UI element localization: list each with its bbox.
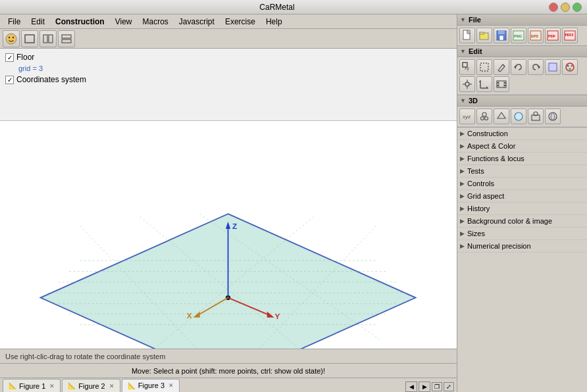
svg-rect-7 bbox=[62, 39, 71, 43]
svg-text:xy: xy bbox=[465, 66, 470, 71]
right-panel: ▼ File PNG bbox=[457, 14, 587, 392]
tab-figure3-close[interactable]: ✕ bbox=[168, 382, 174, 389]
left-panel: File Edit Construction View Macros Javas… bbox=[0, 14, 457, 392]
rp-row-grid-aspect[interactable]: ▶ Grid aspect bbox=[457, 190, 587, 203]
3d-b4-button[interactable] bbox=[528, 109, 544, 124]
canvas-area[interactable]: Z X Y bbox=[0, 121, 457, 349]
functions-locus-arrow: ▶ bbox=[460, 155, 465, 162]
svg-rect-73 bbox=[504, 85, 506, 86]
edit-redo-button[interactable] bbox=[528, 59, 544, 75]
svg-rect-35 bbox=[480, 32, 484, 34]
rp-row-sizes[interactable]: ▶ Sizes bbox=[457, 228, 587, 240]
3d-b1-button[interactable] bbox=[476, 109, 492, 124]
svg-rect-6 bbox=[62, 35, 71, 38]
window-stack-button[interactable] bbox=[58, 30, 75, 47]
floor-label: Floor bbox=[16, 53, 34, 62]
tab-figure1-icon: 📐 bbox=[9, 382, 16, 389]
file-export-pdf-button[interactable]: PDF bbox=[545, 28, 561, 43]
rp-row-history[interactable]: ▶ History bbox=[457, 203, 587, 215]
minimize-button[interactable] bbox=[561, 3, 570, 12]
rp-row-functions-locus[interactable]: ▶ Functions & locus bbox=[457, 153, 587, 165]
rp-row-aspect-color[interactable]: ▶ Aspect & Color bbox=[457, 140, 587, 153]
file-export-pdf2-button[interactable]: PDF2 bbox=[562, 28, 578, 43]
floor-checkbox[interactable]: ✓ bbox=[5, 53, 14, 62]
3d-b5-button[interactable] bbox=[545, 109, 561, 124]
tab-figure2[interactable]: 📐 Figure 2 ✕ bbox=[62, 379, 120, 392]
tests-arrow: ▶ bbox=[460, 168, 465, 174]
edit-undo-button[interactable] bbox=[511, 59, 526, 75]
edit-color-button[interactable] bbox=[562, 59, 578, 75]
message-text: Move: Select a point (shift: more points… bbox=[132, 367, 325, 375]
rp-row-bg-color[interactable]: ▶ Background color & image bbox=[457, 215, 587, 228]
rp-construction-label: Construction bbox=[467, 130, 508, 137]
file-export-png-button[interactable]: PNG bbox=[511, 28, 526, 43]
menu-edit[interactable]: Edit bbox=[26, 16, 50, 28]
svg-rect-3 bbox=[25, 35, 34, 43]
edit-edit-button[interactable] bbox=[494, 59, 509, 75]
menu-construction[interactable]: Construction bbox=[50, 16, 110, 28]
rp-row-numerical[interactable]: ▶ Numerical precision bbox=[457, 240, 587, 253]
window-tile-button[interactable] bbox=[39, 30, 57, 47]
file-arrow: ▼ bbox=[460, 16, 466, 23]
tab-nav-right[interactable]: ▶ bbox=[419, 381, 430, 392]
3d-b3-button[interactable] bbox=[511, 109, 526, 124]
file-save-button[interactable] bbox=[494, 28, 509, 43]
edit-film-button[interactable] bbox=[494, 76, 509, 92]
file-export-eps-button[interactable]: EPS bbox=[528, 28, 544, 43]
title-text: CaRMetal bbox=[5, 3, 549, 12]
edit-unknown-button[interactable] bbox=[545, 59, 561, 75]
rp-row-controls[interactable]: ▶ Controls bbox=[457, 178, 587, 190]
svg-text:X: X bbox=[187, 311, 192, 320]
3d-b2-button[interactable] bbox=[494, 109, 509, 124]
edit-rect-select-button[interactable] bbox=[476, 59, 492, 75]
status-text: Use right-clic-drag to rotate the coordi… bbox=[5, 353, 165, 360]
rp-numerical-label: Numerical precision bbox=[467, 242, 531, 250]
svg-text:PDF2: PDF2 bbox=[565, 33, 574, 37]
tab-figure1[interactable]: 📐 Figure 1 ✕ bbox=[3, 379, 61, 392]
file-open-button[interactable] bbox=[476, 28, 492, 43]
grid-aspect-arrow: ▶ bbox=[460, 193, 465, 199]
bg-color-arrow: ▶ bbox=[460, 218, 465, 224]
file-new-button[interactable] bbox=[459, 28, 475, 43]
rp-file-label: File bbox=[469, 16, 481, 24]
rp-file-header[interactable]: ▼ File bbox=[457, 14, 587, 26]
rp-3d-header[interactable]: ▼ 3D bbox=[457, 95, 587, 107]
svg-rect-49 bbox=[480, 63, 488, 71]
rp-grid-aspect-label: Grid aspect bbox=[467, 192, 504, 200]
window-fullscreen-btn[interactable]: ⤢ bbox=[444, 382, 454, 391]
status-bar: Use right-clic-drag to rotate the coordi… bbox=[0, 349, 457, 363]
svg-text:xyz: xyz bbox=[462, 114, 471, 120]
tab-figure2-close[interactable]: ✕ bbox=[109, 383, 115, 389]
rp-row-tests[interactable]: ▶ Tests bbox=[457, 165, 587, 178]
coordinates-checkbox[interactable]: ✓ bbox=[5, 76, 14, 84]
rp-history-label: History bbox=[467, 205, 490, 212]
window-restore-btn[interactable]: ❐ bbox=[432, 382, 442, 391]
svg-rect-32 bbox=[463, 30, 470, 39]
rp-sizes-label: Sizes bbox=[467, 230, 485, 237]
edit-axes-button[interactable] bbox=[476, 76, 492, 92]
edit-settings-button[interactable] bbox=[459, 76, 475, 92]
3d-axes-button[interactable]: xyz bbox=[459, 109, 475, 124]
rp-edit-header[interactable]: ▼ Edit bbox=[457, 46, 587, 57]
svg-text:Y: Y bbox=[275, 312, 280, 321]
rp-bg-color-label: Background color & image bbox=[467, 217, 552, 225]
maximize-button[interactable] bbox=[573, 3, 582, 12]
tab-figure1-close[interactable]: ✕ bbox=[49, 383, 55, 389]
menu-view[interactable]: View bbox=[110, 16, 138, 28]
rp-row-construction[interactable]: ▶ Construction bbox=[457, 128, 587, 140]
menu-macros[interactable]: Macros bbox=[138, 16, 174, 28]
svg-point-77 bbox=[485, 117, 488, 120]
rp-controls-label: Controls bbox=[467, 180, 494, 187]
menu-help[interactable]: Help bbox=[261, 16, 288, 28]
smiley-button[interactable] bbox=[3, 30, 20, 47]
menu-exercise[interactable]: Exercise bbox=[220, 16, 261, 28]
tab-figure3[interactable]: 📐 Figure 3 ✕ bbox=[122, 379, 180, 392]
tree-item-floor: ✓ Floor bbox=[5, 51, 451, 63]
edit-select-button[interactable]: xy bbox=[459, 59, 475, 75]
window-normal-button[interactable] bbox=[21, 30, 38, 47]
menu-javascript[interactable]: Javascript bbox=[174, 16, 220, 28]
menu-file[interactable]: File bbox=[3, 16, 26, 28]
title-buttons bbox=[549, 3, 582, 12]
tab-nav-left[interactable]: ◀ bbox=[405, 381, 417, 392]
close-button[interactable] bbox=[549, 3, 558, 12]
